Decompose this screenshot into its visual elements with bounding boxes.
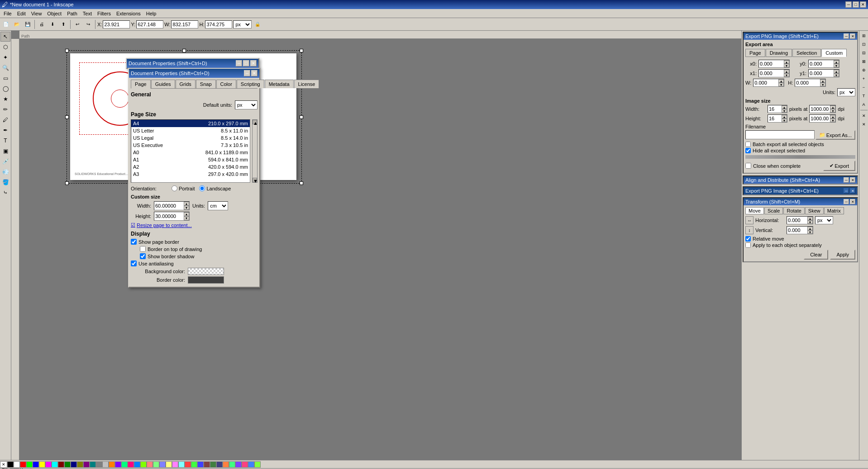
maximize-button[interactable]: □ <box>853 1 859 8</box>
close-when-checkbox[interactable] <box>745 163 751 169</box>
vertical-input[interactable] <box>787 227 807 234</box>
img-width-input[interactable] <box>768 105 782 113</box>
palette-cell[interactable] <box>242 461 248 468</box>
img-height-input[interactable] <box>768 115 782 122</box>
portrait-radio[interactable] <box>172 185 177 191</box>
y1-down-btn[interactable]: ▼ <box>834 73 839 77</box>
palette-cell[interactable] <box>83 461 90 468</box>
palette-cell[interactable] <box>39 461 45 468</box>
h-input[interactable] <box>205 20 232 28</box>
zoom-out-edge[interactable]: − <box>860 83 868 91</box>
border-on-top-checkbox[interactable] <box>140 246 146 252</box>
edge-btn-2[interactable]: ⊡ <box>860 40 868 48</box>
menu-path[interactable]: Path <box>64 10 80 17</box>
x-input[interactable] <box>103 20 130 28</box>
arc-tool[interactable]: ◯ <box>0 84 10 94</box>
dropper-tool[interactable]: 💉 <box>0 156 10 166</box>
export-button-main[interactable]: ✔ Export <box>823 161 855 171</box>
palette-cell[interactable] <box>121 461 128 468</box>
canvas-area[interactable]: Path SOLIDWORKS Educational Product... <box>11 31 741 460</box>
star-tool[interactable]: ★ <box>0 94 10 104</box>
palette-cell[interactable] <box>134 461 140 468</box>
tab-license[interactable]: License <box>294 80 320 88</box>
edge-btn-1[interactable]: ⊞ <box>860 32 868 40</box>
x1-down-btn[interactable]: ▼ <box>784 73 789 77</box>
custom-height-input[interactable] <box>154 212 184 220</box>
show-border-shadow-checkbox[interactable] <box>140 253 146 259</box>
palette-cell[interactable] <box>45 461 52 468</box>
custom-width-input[interactable] <box>154 202 184 210</box>
dpi-width-up[interactable]: ▲ <box>830 105 835 109</box>
scroll-up-btn[interactable]: ▲ <box>253 120 257 124</box>
doc-props-max-outer[interactable]: □ <box>243 60 249 66</box>
horizontal-up[interactable]: ▲ <box>807 217 813 220</box>
calligraphy-tool[interactable]: ✒ <box>0 125 10 135</box>
page-size-a2[interactable]: A2 420.0 x 594.0 mm <box>131 163 250 171</box>
palette-cell[interactable] <box>153 461 159 468</box>
border-color-box[interactable] <box>188 276 224 284</box>
export-bar-minimize[interactable]: ─ <box>844 188 849 194</box>
doc-props-title-outer[interactable]: Document Properties (Shift+Ctrl+D) ─ □ ✕ <box>127 59 258 68</box>
x0-input[interactable] <box>759 60 784 67</box>
export-panel-minimize[interactable]: ─ <box>844 33 849 39</box>
menu-text[interactable]: Text <box>80 10 95 17</box>
palette-cell[interactable] <box>235 461 242 468</box>
export-tab-drawing[interactable]: Drawing <box>766 49 792 57</box>
palette-cell[interactable] <box>20 461 26 468</box>
palette-cell[interactable] <box>26 461 33 468</box>
w-up-btn[interactable]: ▲ <box>778 79 784 83</box>
palette-cell[interactable] <box>33 461 39 468</box>
use-antialiasing-checkbox[interactable] <box>131 261 137 266</box>
palette-cell[interactable] <box>128 461 134 468</box>
page-size-us-executive[interactable]: US Executive 7.3 x 10.5 in <box>131 142 250 149</box>
vertical-up[interactable]: ▲ <box>807 227 813 230</box>
edge-btn-10[interactable]: ✕ <box>860 112 868 120</box>
hide-except-checkbox[interactable] <box>745 148 751 153</box>
redo-button[interactable]: ↪ <box>83 19 93 29</box>
text-tool[interactable]: T <box>0 136 10 146</box>
landscape-label[interactable]: Landscape <box>199 185 231 191</box>
menu-edit[interactable]: Edit <box>14 10 29 17</box>
x0-up-btn[interactable]: ▲ <box>784 60 789 64</box>
export-tab-page[interactable]: Page <box>745 49 765 57</box>
palette-cell[interactable] <box>115 461 121 468</box>
x1-up-btn[interactable]: ▲ <box>784 70 789 73</box>
palette-cell[interactable] <box>77 461 83 468</box>
horizontal-input[interactable] <box>787 217 807 224</box>
edge-btn-3[interactable]: ⊟ <box>860 49 868 57</box>
tab-color[interactable]: Color <box>216 80 236 88</box>
page-size-a3[interactable]: A3 297.0 x 420.0 mm <box>131 171 250 178</box>
palette-cell[interactable] <box>96 461 102 468</box>
export-tab-custom[interactable]: Custom <box>821 49 847 57</box>
menu-filters[interactable]: Filters <box>95 10 114 17</box>
align-panel-close[interactable]: ✕ <box>850 177 855 183</box>
dpi-height-down[interactable]: ▼ <box>830 118 835 122</box>
transform-tab-matrix[interactable]: Matrix <box>824 207 844 214</box>
page-list-scrollbar[interactable]: ▲ ▼ <box>252 119 258 183</box>
palette-cell[interactable] <box>71 461 77 468</box>
default-units-select[interactable]: px mm cm pt <box>235 100 258 109</box>
export-bar-close[interactable]: ✕ <box>850 188 855 194</box>
new-button[interactable]: 📄 <box>1 19 11 29</box>
tab-grids[interactable]: Grids <box>176 80 196 88</box>
transform-panel-minimize[interactable]: ─ <box>844 199 849 204</box>
page-size-us-letter[interactable]: US Letter 8.5 x 11.0 in <box>131 127 250 134</box>
palette-cell[interactable] <box>159 461 166 468</box>
page-size-a1[interactable]: A1 594.0 x 841.0 mm <box>131 156 250 163</box>
doc-props-min[interactable]: ─ <box>244 70 250 76</box>
palette-cell[interactable] <box>216 461 223 468</box>
tab-snap[interactable]: Snap <box>196 80 216 88</box>
horizontal-down[interactable]: ▼ <box>807 220 813 224</box>
landscape-radio[interactable] <box>199 185 205 191</box>
export-h-input[interactable] <box>795 79 820 86</box>
pen-tool[interactable]: 🖊 <box>0 115 10 125</box>
filename-input[interactable] <box>745 130 815 139</box>
palette-cell[interactable] <box>223 461 229 468</box>
palette-cell[interactable] <box>248 461 254 468</box>
align-panel-minimize[interactable]: ─ <box>844 177 849 183</box>
w-down-btn[interactable]: ▼ <box>778 83 784 86</box>
connector-tool[interactable]: ⤷ <box>0 188 10 198</box>
palette-cell[interactable] <box>185 461 191 468</box>
zoom-tool[interactable]: 🔍 <box>0 63 10 73</box>
save-button[interactable]: 💾 <box>23 19 33 29</box>
